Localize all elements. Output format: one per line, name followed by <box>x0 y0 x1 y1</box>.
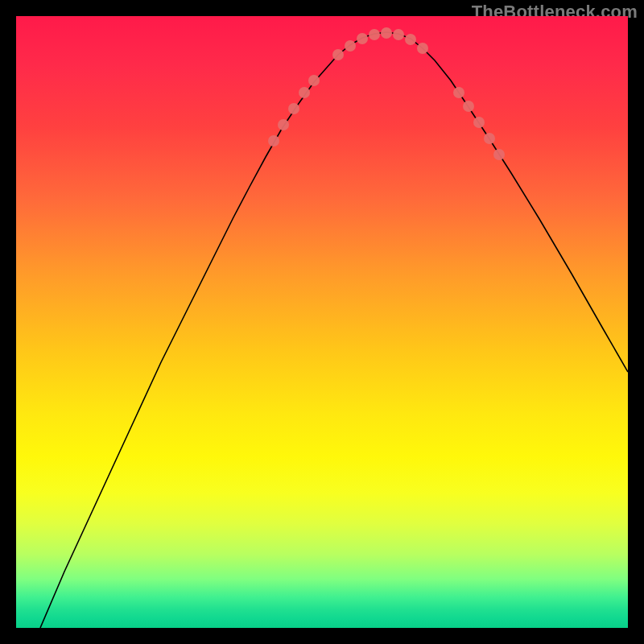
highlight-dot <box>308 75 320 86</box>
highlight-dot <box>299 87 310 98</box>
bottleneck-curve <box>40 32 628 628</box>
highlight-dot <box>405 34 416 45</box>
highlight-dot <box>369 29 380 40</box>
highlight-dot <box>417 43 428 54</box>
highlight-dot <box>268 135 279 147</box>
plot-area <box>16 16 628 628</box>
highlight-dot <box>463 101 474 112</box>
highlight-dot <box>493 149 505 160</box>
highlight-dot <box>453 87 464 98</box>
curve-svg <box>16 16 628 628</box>
highlight-dot <box>393 29 404 40</box>
highlight-dot <box>278 119 289 130</box>
highlight-dot <box>288 103 299 114</box>
highlight-dot <box>357 33 368 44</box>
highlight-dot <box>484 133 495 144</box>
chart-container: TheBottleneck.com <box>0 0 644 644</box>
highlight-dot <box>345 40 356 52</box>
highlight-dot <box>381 27 392 39</box>
highlight-dot <box>473 117 485 128</box>
highlight-dot <box>332 49 344 60</box>
highlight-dots-group <box>268 27 505 160</box>
